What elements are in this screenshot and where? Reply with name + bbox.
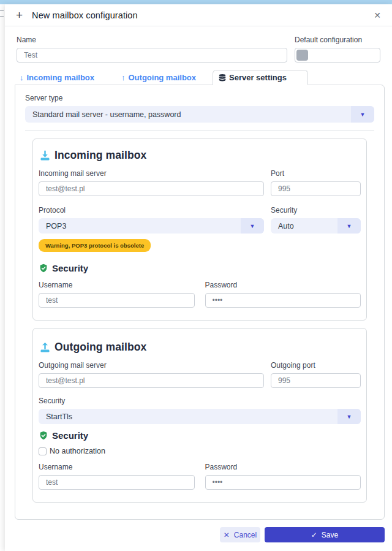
protocol-security-row: Protocol POP3 ▼ Security Auto <box>39 206 361 234</box>
outgoing-section-heading: Outgoing mailbox <box>39 341 361 354</box>
divider <box>25 131 374 131</box>
name-row: Name Default configuration <box>17 36 380 63</box>
default-configuration-label: Default configuration <box>295 36 380 44</box>
incoming-credentials-row: Username Password <box>39 281 361 308</box>
x-icon: ✕ <box>224 531 230 539</box>
outgoing-security-heading: Security <box>39 430 361 441</box>
server-settings-panel: Server type Standard mail server - usern… <box>15 85 385 520</box>
incoming-password-label: Password <box>205 281 361 289</box>
chevron-down-icon: ▼ <box>351 106 374 123</box>
outgoing-username-label: Username <box>39 463 195 471</box>
protocol-select[interactable]: POP3 ▼ <box>39 218 264 234</box>
outgoing-port-input[interactable] <box>271 373 361 388</box>
tab-outgoing-label: Outgoing mailbox <box>129 73 197 82</box>
incoming-username-label: Username <box>39 281 195 289</box>
outgoing-username-input[interactable] <box>39 475 195 490</box>
outgoing-security-title: Security <box>52 430 88 441</box>
tab-outgoing-mailbox[interactable]: ↑ Outgoing mailbox <box>121 70 213 85</box>
incoming-server-label: Incoming mail server <box>39 169 264 178</box>
outgoing-port-label: Outgoing port <box>271 361 361 370</box>
protocol-label: Protocol <box>39 206 264 215</box>
check-icon: ✓ <box>311 531 317 539</box>
save-button-label: Save <box>322 531 338 539</box>
chevron-down-icon: ▼ <box>241 218 264 234</box>
tab-server-settings-label: Server settings <box>229 73 287 82</box>
outgoing-credentials-row: Username Password <box>39 463 361 490</box>
cancel-button-label: Cancel <box>234 531 257 539</box>
cancel-button[interactable]: ✕ Cancel <box>220 527 260 542</box>
incoming-port-label: Port <box>271 169 361 178</box>
dialog-title: New mailbox configuration <box>32 10 138 20</box>
outgoing-security-select[interactable]: StartTls ▼ <box>39 409 361 424</box>
chevron-down-icon: ▼ <box>337 409 361 424</box>
server-type-value: Standard mail server - username, passwor… <box>25 110 181 119</box>
outgoing-password-input[interactable] <box>205 475 361 490</box>
name-label: Name <box>17 36 287 44</box>
incoming-username-input[interactable] <box>39 293 195 308</box>
server-type-label: Server type <box>25 94 374 102</box>
incoming-section-title: Incoming mailbox <box>55 149 146 162</box>
name-input[interactable] <box>17 48 287 63</box>
background-app-strip <box>0 0 392 4</box>
outgoing-mailbox-section: Outgoing mailbox Outgoing mail server Ou… <box>32 328 367 503</box>
no-authorization-option[interactable]: No authorization <box>39 447 361 455</box>
background-menu-icon <box>0 10 4 17</box>
server-type-select[interactable]: Standard mail server - username, passwor… <box>25 106 374 123</box>
tab-bar: ↓ Incoming mailbox ↑ Outgoing mailbox Se… <box>17 70 382 85</box>
shield-check-icon <box>39 263 48 273</box>
upload-tray-icon <box>39 341 51 354</box>
default-configuration-group: Default configuration <box>295 36 380 63</box>
incoming-security-heading: Security <box>39 263 361 273</box>
incoming-server-input[interactable] <box>39 181 264 196</box>
incoming-security-select[interactable]: Auto ▼ <box>271 218 361 234</box>
name-field-group: Name <box>17 36 287 63</box>
download-tray-icon <box>39 149 51 162</box>
close-icon[interactable]: ✕ <box>371 9 383 21</box>
dialog-header: + New mailbox configuration ✕ <box>5 4 392 26</box>
incoming-section-heading: Incoming mailbox <box>39 149 361 162</box>
incoming-mailbox-section: Incoming mailbox Incoming mail server Po… <box>32 139 367 321</box>
tab-incoming-mailbox[interactable]: ↓ Incoming mailbox <box>17 70 121 85</box>
dialog-body: Name Default configuration ↓ Incoming ma… <box>5 26 392 551</box>
outgoing-security-label: Security <box>39 397 361 405</box>
pop3-warning-badge: Warning, POP3 protocol is obsolete <box>39 239 151 252</box>
arrow-down-icon: ↓ <box>20 73 24 82</box>
protocol-value: POP3 <box>39 222 66 230</box>
no-authorization-checkbox[interactable] <box>39 447 47 455</box>
toggle-knob <box>296 50 308 61</box>
outgoing-server-row: Outgoing mail server Outgoing port <box>39 361 361 388</box>
outgoing-server-label: Outgoing mail server <box>39 361 264 370</box>
incoming-server-row: Incoming mail server Port <box>39 169 361 196</box>
dialog-footer: ✕ Cancel ✓ Save <box>5 524 392 551</box>
plus-icon: + <box>16 9 23 21</box>
tab-incoming-label: Incoming mailbox <box>27 73 95 82</box>
incoming-password-input[interactable] <box>205 293 361 308</box>
default-configuration-toggle[interactable] <box>295 48 380 63</box>
mailbox-configuration-dialog: + New mailbox configuration ✕ Name Defau… <box>5 4 392 551</box>
outgoing-server-input[interactable] <box>39 373 264 388</box>
tab-server-settings[interactable]: Server settings <box>213 70 308 85</box>
shield-check-icon <box>39 430 48 441</box>
incoming-security-value: Auto <box>271 222 294 230</box>
incoming-port-input[interactable] <box>271 181 361 196</box>
database-icon <box>218 74 227 82</box>
outgoing-security-value: StartTls <box>39 412 72 421</box>
chevron-down-icon: ▼ <box>337 218 361 234</box>
outgoing-section-title: Outgoing mailbox <box>55 341 146 354</box>
outgoing-password-label: Password <box>205 463 361 471</box>
no-authorization-label: No authorization <box>50 447 105 455</box>
incoming-security-label: Security <box>271 206 361 215</box>
save-button[interactable]: ✓ Save <box>265 527 385 542</box>
arrow-up-icon: ↑ <box>121 73 126 82</box>
incoming-security-title: Security <box>52 263 88 273</box>
